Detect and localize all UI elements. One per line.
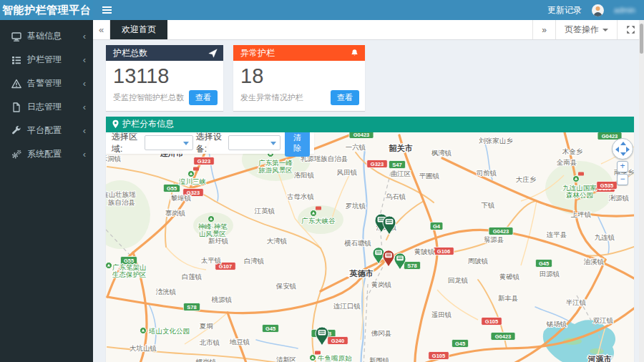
town-label: 司前镇 [477,169,497,177]
city-label: 英德市 [349,269,374,278]
svg-text:S47: S47 [392,162,401,168]
road-badge: G106 [434,247,454,255]
chevron-left-icon: ‹ [83,102,86,112]
map-pan-control[interactable] [612,138,633,160]
town-label: 回龙镇 [448,276,469,284]
town-label: 罗坑镇 [346,202,366,210]
town-label: 一六镇 [346,143,366,151]
town-label: 大坑山镇 [130,344,157,352]
map-zoom-in-button[interactable]: + [617,161,628,172]
town-label: 遥田镇 [431,310,452,318]
town-label: 田源镇 [540,270,560,278]
town-label: 新丰县 [498,294,519,302]
road-badge: G323 [194,157,215,165]
chevron-left-icon: ‹ [83,78,86,89]
road-badge: G535 [597,181,618,189]
svg-text:广东大峡谷: 广东大峡谷 [301,217,336,225]
road-badge: G240 [328,336,348,344]
town-label: 太平镇 [201,256,222,264]
town-label: 平圃镇 [419,172,440,180]
sidebar-item-system-config[interactable]: 系统配置 ‹ [0,142,93,166]
svg-text:湟川三峡: 湟川三峡 [179,177,206,185]
device-select[interactable] [228,135,280,150]
sidebar-item-label: 平台配置 [27,124,62,137]
svg-text:G323: G323 [197,158,210,165]
map-container[interactable]: G323G55G323G0423G323S47G106G45G105G0423G… [106,132,634,362]
svg-text:森林公园: 森林公园 [566,191,593,199]
tabs-scroll-left-button[interactable]: « [93,20,110,39]
chevron-left-icon: ‹ [83,54,86,65]
town-label: 半江镇 [566,298,587,306]
expand-arrows-icon [626,25,635,34]
town-label: 新圩镇 [208,237,229,245]
road-badge: G45 [262,324,278,332]
card-title: 异常护栏 [240,47,275,59]
svg-text:G55: G55 [167,185,177,192]
pan-down-icon[interactable] [620,152,626,156]
svg-text:G4: G4 [433,223,441,230]
region-select[interactable] [145,135,193,150]
page-scrollbar[interactable] [639,20,644,362]
town-label: 下镇 [482,201,495,209]
town-label: 曲江区 [391,170,411,177]
town-label: 古母水镇 [287,192,314,200]
abnormal-count-value: 18 [240,65,359,88]
town-label: 江英镇 [254,207,275,215]
user-avatar[interactable] [592,4,604,16]
town-label: 新围镇 [369,356,390,362]
cogs-icon [11,150,21,160]
sidebar-item-log-mgmt[interactable]: 日志管理 ‹ [0,95,93,119]
clear-filter-button[interactable]: 清除 [285,132,310,157]
card-caption: 发生异常情况护栏 [240,92,303,103]
town-label: 黎埠镇 [171,194,192,202]
town-label: 禾洞镇 [106,155,121,162]
town-label: 佛冈县 [371,329,392,337]
town-label: 白湾镇 [244,257,265,265]
bell-icon [350,49,359,58]
town-label: 上坪镇 [571,210,592,218]
username-label[interactable]: admin [614,6,635,14]
view-button[interactable]: 查看 [189,90,218,105]
pan-right-icon[interactable] [626,147,630,152]
person-icon [592,4,604,16]
pan-left-icon[interactable] [615,147,619,152]
town-label: 北市镇 [200,338,220,346]
hamburger-icon [102,6,112,14]
city-label: 河源市 [587,355,612,362]
town-label: 连江口镇 [333,302,361,310]
sidebar-item-basic-info[interactable]: 基础信息 ‹ [0,24,93,48]
map-zoom-out-button[interactable]: − [617,174,628,185]
tab-welcome-home[interactable]: 欢迎首页 [110,20,167,39]
svg-text:生态保护区: 生态保护区 [112,270,147,278]
svg-text:G45: G45 [455,341,465,347]
road-badge: G105 [482,317,502,325]
map-canvas[interactable]: G323G55G323G0423G323S47G106G45G105G0423G… [106,132,634,362]
town-label: 保安镇 [275,282,297,290]
chevron-down-icon [270,142,276,145]
tab-operations-dropdown[interactable]: 页签操作 [555,20,617,39]
road-badge: G0423 [489,227,513,235]
desktop-icon [11,31,21,41]
town-label: 双江镇 [593,316,614,324]
chevron-left-icon: ‹ [83,149,86,160]
pan-up-icon[interactable] [620,142,626,145]
town-label: 木金乡 [562,147,583,155]
sidebar-item-label: 告警管理 [27,77,62,89]
sidebar-item-platform-config[interactable]: 平台配置 ‹ [0,119,93,142]
sidebar-item-guardrail-mgmt[interactable]: 护栏管理 ‹ [0,48,93,72]
sidebar-item-alarm-mgmt[interactable]: 告警管理 ‹ [0,72,93,95]
sidebar-toggle-button[interactable] [93,0,120,20]
tabs-scroll-right-button[interactable]: » [532,20,555,39]
town-label: 螺岗镇 [196,358,217,362]
update-records-link[interactable]: 更新记录 [547,4,582,16]
scrollbar-thumb[interactable] [640,24,643,54]
view-button[interactable]: 查看 [331,90,359,105]
svg-text:G107: G107 [219,263,232,270]
town-label: 锡场镇 [546,320,567,328]
sidebar-item-label: 基础信息 [27,30,62,42]
road-badge: G105 [429,351,449,359]
svg-text:G105: G105 [485,318,498,325]
town-label: 翁源县 [484,235,504,243]
town-label: 连山壮族瑶 [106,190,136,198]
svg-text:G45: G45 [265,326,275,332]
